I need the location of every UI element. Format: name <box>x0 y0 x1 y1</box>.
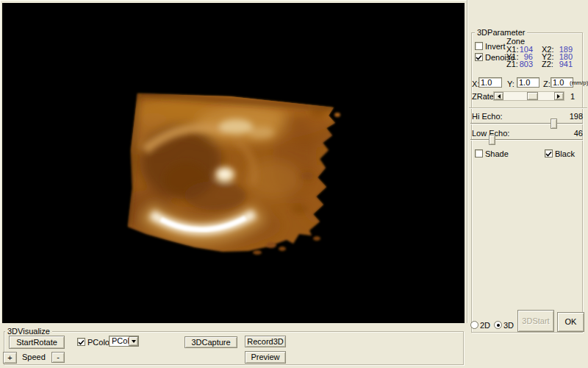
zone-value-z1: 803 <box>517 60 533 68</box>
zrate-label: ZRate <box>472 93 494 101</box>
scale-x-input[interactable] <box>478 77 502 88</box>
pcolor-dropdown[interactable]: PColor <box>109 336 139 347</box>
black-checkbox[interactable] <box>545 149 553 158</box>
invert-checkbox[interactable] <box>475 42 483 50</box>
zrate-scroll-thumb[interactable] <box>527 92 538 100</box>
black-label: Black <box>555 150 575 158</box>
mode-2d-radio[interactable] <box>470 321 478 329</box>
3dcapture-button[interactable]: 3DCapture <box>184 336 237 348</box>
zrate-scroll-right-button[interactable] <box>554 92 564 100</box>
scale-z-label: Z: <box>543 80 551 88</box>
scale-y-label: Y: <box>507 80 514 88</box>
arrow-right-icon <box>557 94 562 99</box>
zrate-value: 1 <box>570 93 575 101</box>
ok-button[interactable]: OK <box>557 312 584 332</box>
low-echo-slider-thumb[interactable] <box>489 135 495 145</box>
separator <box>469 107 587 109</box>
3dstart-button: 3DStart <box>517 310 554 332</box>
low-echo-slider-track[interactable] <box>470 139 583 141</box>
zone-label-z2: Z2: <box>542 60 553 68</box>
denoise-checkbox[interactable] <box>475 53 483 61</box>
speed-label: Speed <box>22 353 46 361</box>
pcolor-dropdown-button[interactable] <box>129 336 138 346</box>
check-icon <box>545 151 552 158</box>
shade-label: Shade <box>485 150 509 158</box>
mode-2d-label: 2D <box>480 322 490 330</box>
zone-value-z2: 941 <box>558 60 573 68</box>
parameter-panel: 3DParameter Invert Denoise Zone X1: 104 … <box>468 0 588 368</box>
mode-3d-radio[interactable] <box>494 321 502 329</box>
hi-echo-value: 198 <box>556 113 583 121</box>
speed-minus-button[interactable]: - <box>51 352 65 363</box>
ultrasound-volume-render <box>2 3 465 323</box>
start-rotate-button[interactable]: StartRotate <box>9 336 65 349</box>
invert-label: Invert <box>485 43 506 51</box>
scale-unit-label: (mm/p) <box>570 79 588 87</box>
render-canvas[interactable] <box>2 3 465 323</box>
mode-3d-label: 3D <box>503 322 514 330</box>
visualize-panel: 3DVisualize StartRotate + Speed - PColor… <box>0 323 468 368</box>
check-icon <box>78 339 85 346</box>
low-echo-value: 46 <box>556 130 583 138</box>
hi-echo-slider-track[interactable] <box>470 123 583 124</box>
shade-checkbox[interactable] <box>475 149 483 158</box>
check-icon <box>476 54 482 61</box>
speed-plus-button[interactable]: + <box>3 352 17 364</box>
hi-echo-slider-thumb[interactable] <box>551 118 557 129</box>
arrow-left-icon <box>495 94 501 99</box>
hi-echo-label: Hi Echo: <box>472 113 503 121</box>
scale-y-input[interactable] <box>517 77 539 88</box>
chevron-down-icon <box>132 340 136 345</box>
pcolor-checkbox[interactable] <box>77 338 85 346</box>
record3d-button[interactable]: Record3D <box>245 336 286 347</box>
zrate-scroll-left-button[interactable] <box>494 92 503 100</box>
app-window: { "colors": { "panel_bg": "#ece9d8", "ca… <box>0 0 588 368</box>
zrate-scrollbar[interactable] <box>493 91 564 101</box>
preview-button[interactable]: Preview <box>245 351 286 364</box>
